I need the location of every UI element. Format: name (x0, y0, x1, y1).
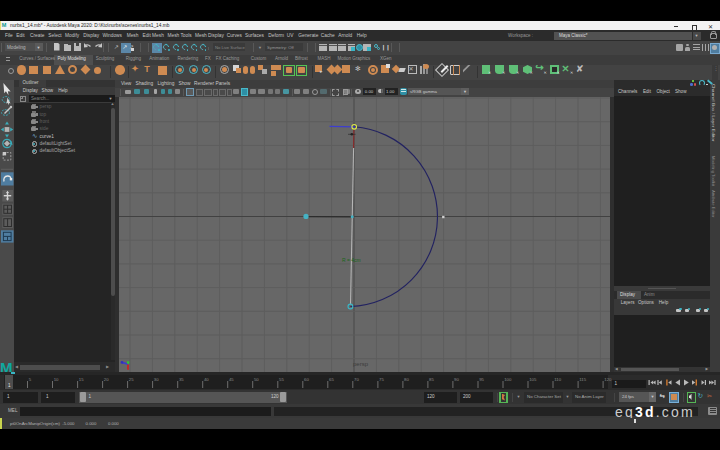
svg-text:25: 25 (129, 377, 134, 382)
svg-text:90: 90 (454, 377, 459, 382)
svg-text:65: 65 (329, 377, 334, 382)
svg-text:50: 50 (254, 377, 259, 382)
svg-text:115: 115 (579, 377, 586, 382)
svg-text:5: 5 (29, 377, 32, 382)
svg-text:R = 4cm: R = 4cm (342, 257, 361, 263)
svg-text:105: 105 (529, 377, 537, 382)
svg-text:80: 80 (404, 377, 409, 382)
svg-text:45: 45 (229, 377, 234, 382)
svg-text:60: 60 (304, 377, 309, 382)
svg-text:20: 20 (104, 377, 109, 382)
svg-text:15: 15 (79, 377, 84, 382)
svg-text:100: 100 (504, 377, 512, 382)
svg-text:55: 55 (279, 377, 284, 382)
svg-text:75: 75 (379, 377, 384, 382)
svg-text:30: 30 (154, 377, 159, 382)
svg-text:10: 10 (54, 377, 59, 382)
svg-text:40: 40 (204, 377, 209, 382)
svg-text:95: 95 (479, 377, 484, 382)
svg-text:70: 70 (354, 377, 359, 382)
svg-text:110: 110 (554, 377, 561, 382)
svg-text:35: 35 (179, 377, 184, 382)
svg-text:85: 85 (429, 377, 434, 382)
svg-text:persp: persp (353, 361, 369, 367)
